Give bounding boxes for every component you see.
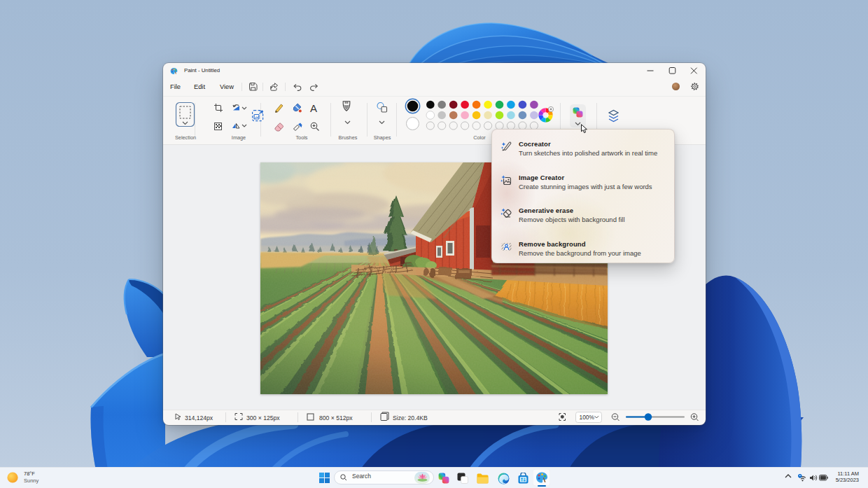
svg-text:800 × 512px: 800 × 512px — [319, 414, 353, 421]
svg-text:314,124px: 314,124px — [185, 414, 214, 421]
svg-text:100%: 100% — [580, 414, 595, 421]
svg-text:Size: 20.4KB: Size: 20.4KB — [393, 414, 428, 421]
svg-text:300 × 125px: 300 × 125px — [246, 414, 280, 421]
